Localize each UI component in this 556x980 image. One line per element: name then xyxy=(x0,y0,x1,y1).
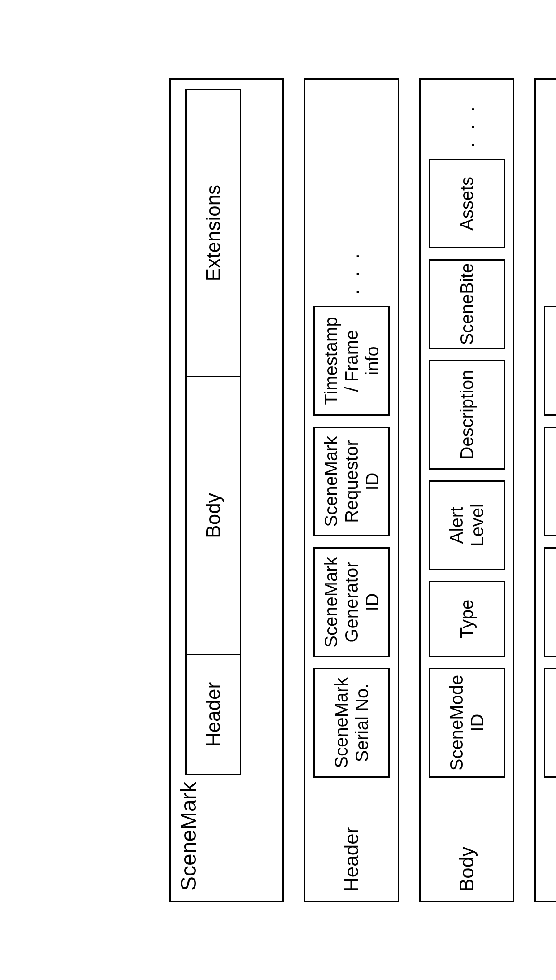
body-row: Body SceneMode ID Type Alert Level Descr… xyxy=(419,78,514,902)
scenemark-sections: Header Body Extensions xyxy=(185,89,241,775)
diagram-container: SceneMark Header Body Extensions Header … xyxy=(169,78,556,902)
field-related-scenes: Related Scenes xyxy=(544,668,556,778)
section-header: Header xyxy=(185,654,241,775)
body-row-label: Body xyxy=(456,788,478,892)
field-related-scenemarks: Related SceneMarks xyxy=(544,427,556,536)
field-related-analysis: Related Analysis xyxy=(544,547,556,657)
header-ellipsis: . . . xyxy=(339,250,365,295)
scenemark-title: SceneMark xyxy=(176,782,201,891)
section-body: Body xyxy=(185,376,241,654)
field-type: Type xyxy=(429,581,505,657)
field-timestamp: Timestamp / Frame info xyxy=(313,306,390,416)
field-scenebite: SceneBite xyxy=(429,259,505,349)
section-extensions: Extensions xyxy=(185,89,241,376)
field-alert-level: Alert Level xyxy=(429,480,505,570)
field-future-use: Future Use xyxy=(544,306,556,416)
field-requestor-id: SceneMark Requestor ID xyxy=(313,427,390,536)
header-row-label: Header xyxy=(340,788,363,892)
scenemark-main-row: SceneMark Header Body Extensions xyxy=(169,78,284,902)
field-generator-id: SceneMark Generator ID xyxy=(313,547,390,657)
header-row: Header SceneMark Serial No. SceneMark Ge… xyxy=(304,78,399,902)
field-description: Description xyxy=(429,360,505,470)
extensions-row: Extensions Related Scenes Related Analys… xyxy=(534,78,556,902)
field-serial-no: SceneMark Serial No. xyxy=(313,668,390,778)
field-assets: Assets xyxy=(429,159,505,248)
field-scenemode-id: SceneMode ID xyxy=(429,668,505,778)
body-ellipsis: . . . xyxy=(454,103,480,148)
